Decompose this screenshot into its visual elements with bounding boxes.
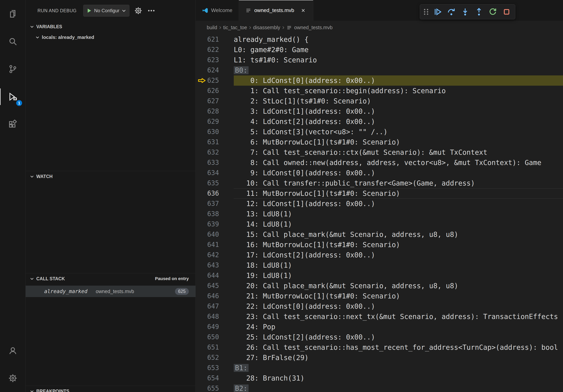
- line-number[interactable]: 635: [196, 178, 234, 188]
- code-text[interactable]: 15: Call place_mark(&mut Scenario, addre…: [234, 229, 563, 240]
- line-number[interactable]: 647: [196, 301, 234, 312]
- code-line[interactable]: 628 3: LdConst[1](address: 0x00..): [196, 106, 563, 117]
- code-text[interactable]: 17: LdConst[2](address: 0x00..): [234, 250, 563, 260]
- settings-gear-item[interactable]: [0, 364, 26, 392]
- line-number[interactable]: 624: [196, 65, 234, 75]
- call-stack-section-header[interactable]: CALL STACK Paused on entry: [26, 273, 195, 284]
- code-line[interactable]: 653B1:: [196, 363, 563, 373]
- code-line[interactable]: 633 8: Call owned::new(address, address,…: [196, 157, 563, 168]
- code-text[interactable]: 21: MutBorrowLoc[1](ts#1#0: Scenario): [234, 291, 563, 301]
- code-text[interactable]: 10: Call transfer::public_transfer<Game>…: [234, 178, 563, 188]
- run-and-debug-item[interactable]: 1: [0, 83, 26, 111]
- line-number[interactable]: 631: [196, 137, 234, 147]
- code-line[interactable]: 632 7: Call test_scenario::ctx(&mut Scen…: [196, 147, 563, 157]
- step-into-button[interactable]: [459, 6, 472, 18]
- code-line[interactable]: 641 16: MutBorrowLoc[1](ts#1#0: Scenario…: [196, 240, 563, 250]
- line-number[interactable]: 640: [196, 229, 234, 240]
- code-line[interactable]: 642 17: LdConst[2](address: 0x00..): [196, 250, 563, 260]
- line-number[interactable]: 632: [196, 147, 234, 157]
- code-line[interactable]: 639 14: LdU8(1): [196, 219, 563, 229]
- code-line[interactable]: 650 25: LdConst[2](address: 0x00..): [196, 332, 563, 342]
- breadcrumb-item[interactable]: tic_tac_toe: [221, 25, 249, 30]
- breakpoints-section-header[interactable]: BREAKPOINTS: [26, 386, 195, 392]
- code-line[interactable]: 645 20: Call place_mark(&mut Scenario, a…: [196, 281, 563, 291]
- code-line[interactable]: 652 27: BrFalse(29): [196, 353, 563, 363]
- line-number[interactable]: 645: [196, 281, 234, 291]
- more-actions-icon[interactable]: [147, 7, 155, 15]
- code-text[interactable]: 12: LdConst[1](address: 0x00..): [234, 198, 563, 209]
- code-text[interactable]: 20: Call place_mark(&mut Scenario, addre…: [234, 281, 563, 291]
- stop-button[interactable]: [500, 6, 513, 18]
- line-number[interactable]: 637: [196, 198, 234, 209]
- code-text[interactable]: 7: Call test_scenario::ctx(&mut Scenario…: [234, 147, 563, 157]
- code-text[interactable]: 9: LdConst[0](address: 0x00..): [234, 168, 563, 178]
- code-line[interactable]: 646 21: MutBorrowLoc[1](ts#1#0: Scenario…: [196, 291, 563, 301]
- line-number[interactable]: 641: [196, 240, 234, 250]
- debug-config-dropdown[interactable]: No Configur: [83, 5, 129, 17]
- code-line[interactable]: 643 18: LdU8(1): [196, 260, 563, 270]
- line-number[interactable]: 652: [196, 353, 234, 363]
- code-text[interactable]: 23: Call test_scenario::next_tx(&mut Sce…: [234, 312, 563, 322]
- line-number[interactable]: 628: [196, 106, 234, 117]
- start-debugging-icon[interactable]: [86, 8, 92, 14]
- line-number[interactable]: 622: [196, 45, 234, 55]
- code-text[interactable]: 16: MutBorrowLoc[1](ts#1#0: Scenario): [234, 240, 563, 250]
- step-out-button[interactable]: [473, 6, 486, 18]
- code-line[interactable]: 636 11: MutBorrowLoc[1](ts#1#0: Scenario…: [196, 188, 563, 198]
- watch-section-header[interactable]: WATCH: [26, 171, 195, 182]
- code-line[interactable]: 651 26: Call test_scenario::has_most_rec…: [196, 342, 563, 353]
- explorer-item[interactable]: [0, 0, 26, 28]
- code-text[interactable]: B1:: [234, 363, 563, 373]
- line-number[interactable]: 623: [196, 55, 234, 65]
- code-line[interactable]: 635 10: Call transfer::public_transfer<G…: [196, 178, 563, 188]
- tab-welcome[interactable]: Welcome: [196, 0, 239, 21]
- line-number[interactable]: 627: [196, 96, 234, 106]
- line-number[interactable]: 646: [196, 291, 234, 301]
- code-text[interactable]: 1: Call test_scenario::begin(address): S…: [234, 86, 563, 96]
- line-number[interactable]: 650: [196, 332, 234, 342]
- code-text[interactable]: L1: ts#1#0: Scenario: [234, 55, 563, 65]
- line-number[interactable]: 621: [196, 34, 234, 45]
- line-number[interactable]: 642: [196, 250, 234, 260]
- continue-button[interactable]: [431, 6, 444, 18]
- call-stack-frame[interactable]: already_marked owned_tests.mvb 625: [26, 286, 195, 297]
- code-text[interactable]: 25: LdConst[2](address: 0x00..): [234, 332, 563, 342]
- code-text[interactable]: 6: MutBorrowLoc[1](ts#1#0: Scenario): [234, 137, 563, 147]
- breadcrumb-item[interactable]: owned_tests.mvb: [285, 25, 334, 31]
- code-editor[interactable]: 621already_marked() {622L0: game#2#0: Ga…: [196, 34, 563, 392]
- code-text[interactable]: 18: LdU8(1): [234, 260, 563, 270]
- code-line[interactable]: 623L1: ts#1#0: Scenario: [196, 55, 563, 65]
- breadcrumb-item[interactable]: disassembly: [252, 25, 282, 30]
- code-line[interactable]: 622L0: game#2#0: Game: [196, 45, 563, 55]
- line-number[interactable]: 649: [196, 322, 234, 332]
- line-number[interactable]: 630: [196, 127, 234, 137]
- code-line[interactable]: 637 12: LdConst[1](address: 0x00..): [196, 198, 563, 209]
- line-number[interactable]: 633: [196, 157, 234, 168]
- code-line[interactable]: 630 5: LdConst[3](vector<u8>: "" /..): [196, 127, 563, 137]
- code-line[interactable]: 629 4: LdConst[2](address: 0x00..): [196, 117, 563, 127]
- breadcrumb-item[interactable]: build: [205, 25, 219, 30]
- code-line[interactable]: 638 13: LdU8(1): [196, 209, 563, 219]
- debug-gear-icon[interactable]: [134, 7, 142, 15]
- code-line[interactable]: 649 24: Pop: [196, 322, 563, 332]
- variables-section-header[interactable]: VARIABLES: [26, 21, 195, 32]
- search-item[interactable]: [0, 28, 26, 55]
- code-text[interactable]: 2: StLoc[1](ts#1#0: Scenario): [234, 96, 563, 106]
- code-text[interactable]: L0: game#2#0: Game: [234, 45, 563, 55]
- close-icon[interactable]: [300, 7, 307, 14]
- line-number[interactable]: 629: [196, 117, 234, 127]
- source-control-item[interactable]: [0, 55, 26, 83]
- code-text[interactable]: 8: Call owned::new(address, address, vec…: [234, 157, 563, 168]
- code-line[interactable]: 625 0: LdConst[0](address: 0x00..): [196, 75, 563, 86]
- line-number[interactable]: 638: [196, 209, 234, 219]
- code-text[interactable]: 26: Call test_scenario::has_most_recent_…: [234, 342, 563, 353]
- code-line[interactable]: 644 19: LdU8(1): [196, 270, 563, 281]
- extensions-item[interactable]: [0, 111, 26, 138]
- code-line[interactable]: 624B0:: [196, 65, 563, 75]
- account-item[interactable]: [0, 337, 26, 364]
- line-number[interactable]: 639: [196, 219, 234, 229]
- line-number[interactable]: 654: [196, 373, 234, 383]
- code-line[interactable]: 621already_marked() {: [196, 34, 563, 45]
- code-text[interactable]: 19: LdU8(1): [234, 270, 563, 281]
- tab-owned-tests[interactable]: owned_tests.mvb: [239, 0, 313, 21]
